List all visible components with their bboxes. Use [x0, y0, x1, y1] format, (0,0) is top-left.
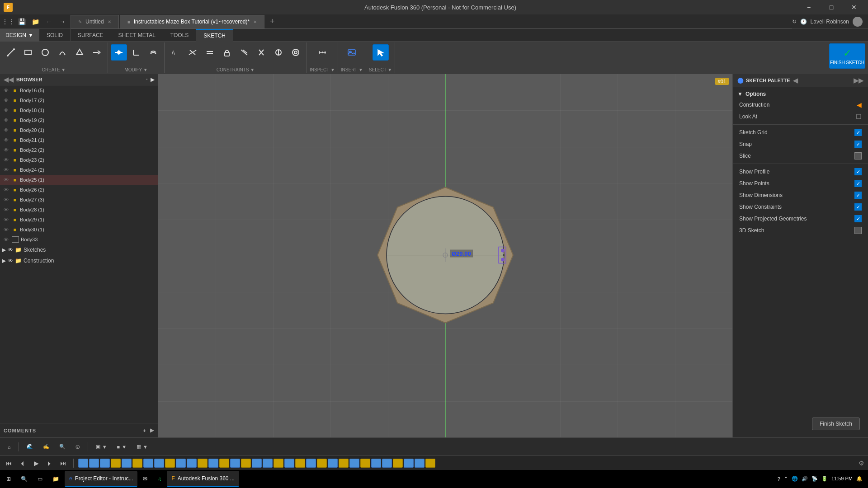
- timeline-step-8[interactable]: [187, 459, 197, 468]
- canvas[interactable]: Ø29.00 #01: [158, 74, 732, 437]
- palette-collapse-right-icon[interactable]: ▶▶: [854, 77, 863, 84]
- select-dropdown-icon[interactable]: ▼: [387, 67, 392, 72]
- visibility-icon[interactable]: 👁: [4, 108, 10, 113]
- ribbon-tab-sketch[interactable]: SKETCH: [196, 29, 233, 42]
- taskbar-clock[interactable]: 11:59 PM: [831, 475, 853, 482]
- timeline-step-body-4[interactable]: [198, 459, 208, 468]
- 3d-sketch-checkbox[interactable]: [854, 227, 862, 234]
- timeline-step-12[interactable]: [263, 459, 273, 468]
- snap-checkbox[interactable]: [854, 141, 862, 148]
- timeline-step-17[interactable]: [371, 459, 381, 468]
- visibility-icon[interactable]: 👁: [4, 177, 10, 183]
- show-profile-checkbox[interactable]: [854, 168, 862, 175]
- show-dimensions-checkbox[interactable]: [854, 192, 862, 199]
- visibility-icon[interactable]: 👁: [4, 137, 10, 143]
- hidden-icons-button[interactable]: ⌃: [784, 476, 788, 482]
- timeline-settings-button[interactable]: ⚙: [859, 460, 864, 467]
- timeline-step-3[interactable]: [100, 459, 110, 468]
- tree-item-body29[interactable]: 👁 ■ Body29 (1): [0, 215, 158, 225]
- visibility-icon[interactable]: 👁: [4, 127, 10, 133]
- timeline-step-7[interactable]: [176, 459, 186, 468]
- palette-expand-left-icon[interactable]: ◀: [793, 77, 798, 84]
- nav-open-button[interactable]: 📁: [29, 15, 42, 28]
- timeline-step-body-5[interactable]: [219, 459, 229, 468]
- visibility-icon[interactable]: 👁: [4, 217, 10, 222]
- grid-display-button[interactable]: ■ ▼: [113, 441, 131, 453]
- timeline-next-button[interactable]: ⏵: [44, 458, 55, 469]
- offset-tool-button[interactable]: [145, 44, 161, 61]
- zoom-fit-button[interactable]: 🔍: [55, 441, 70, 453]
- view-cube-button[interactable]: ▦ ▼: [132, 441, 152, 453]
- timeline-step-5[interactable]: [143, 459, 153, 468]
- nav-redo-button[interactable]: →: [56, 15, 69, 28]
- mail-taskbar-button[interactable]: ✉: [138, 471, 152, 487]
- timeline-step-body-1[interactable]: [111, 459, 121, 468]
- show-points-checkbox[interactable]: [854, 180, 862, 187]
- show-constraints-checkbox[interactable]: [854, 203, 862, 211]
- visibility-icon[interactable]: 👁: [8, 258, 13, 264]
- extend-tool-button[interactable]: [89, 44, 105, 61]
- task-view-button[interactable]: ▭: [33, 471, 47, 487]
- polygon-tool-button[interactable]: [71, 44, 88, 61]
- speaker-icon[interactable]: 🔊: [802, 476, 808, 482]
- start-button[interactable]: ⊞: [2, 471, 15, 487]
- nav-save-button[interactable]: 💾: [15, 15, 28, 28]
- line-tool-button[interactable]: [3, 44, 19, 61]
- timeline-step-11[interactable]: [252, 459, 262, 468]
- fillet-tool-button[interactable]: [128, 44, 144, 61]
- tree-item-body18[interactable]: 👁 ■ Body18 (1): [0, 105, 158, 115]
- expand-construction-icon[interactable]: ▶: [2, 258, 6, 264]
- close-button[interactable]: ✕: [844, 0, 864, 14]
- timeline-step-body-8[interactable]: [295, 459, 305, 468]
- timeline-step-4[interactable]: [122, 459, 132, 468]
- tree-item-body21[interactable]: 👁 ■ Body21 (1): [0, 135, 158, 145]
- trim-tool-button[interactable]: [111, 44, 127, 61]
- timeline-step-19[interactable]: [404, 459, 414, 468]
- timeline-step-body-3[interactable]: [165, 459, 175, 468]
- timeline-step-body-9[interactable]: [317, 459, 327, 468]
- finish-sketch-palette-button[interactable]: Finish Sketch: [812, 418, 860, 430]
- tree-item-body24[interactable]: 👁 ■ Body24 (2): [0, 165, 158, 175]
- add-comment-icon[interactable]: +: [143, 428, 146, 433]
- parallel-button[interactable]: [236, 44, 252, 61]
- nav-undo-button[interactable]: ←: [42, 15, 55, 28]
- construction-icon[interactable]: ◀: [857, 101, 862, 108]
- rectangle-tool-button[interactable]: [20, 44, 36, 61]
- fusion-taskbar-button[interactable]: F Autodesk Fusion 360 ...: [167, 471, 239, 487]
- browser-collapse-left-icon[interactable]: ◀◀: [4, 76, 14, 83]
- modify-dropdown-icon[interactable]: ▼: [143, 67, 148, 72]
- camera-view-button[interactable]: 🌊: [23, 441, 37, 453]
- pan-view-button[interactable]: ✍: [39, 441, 53, 453]
- look-at-icon[interactable]: ☐: [856, 113, 862, 120]
- tree-item-body16[interactable]: 👁 ■ Body16 (5): [0, 85, 158, 95]
- visibility-icon[interactable]: 👁: [4, 237, 10, 242]
- measure-button[interactable]: [314, 44, 330, 61]
- coincident-button[interactable]: /\: [167, 44, 184, 61]
- finish-sketch-ribbon-button[interactable]: ✓ FINISH SKETCH: [829, 43, 865, 69]
- question-icon[interactable]: ?: [778, 476, 780, 482]
- tab-maze-box[interactable]: ■ Instructables Maze Box Tutorial (v1~re…: [120, 15, 265, 28]
- orbit-button[interactable]: ◵: [71, 441, 84, 453]
- inspect-dropdown-icon[interactable]: ▼: [330, 67, 335, 72]
- new-tab-button[interactable]: +: [265, 15, 279, 28]
- visibility-icon[interactable]: 👁: [8, 247, 13, 253]
- tab-close-untitled[interactable]: ✕: [108, 19, 111, 24]
- timeline-prev-button[interactable]: ⏴: [17, 458, 28, 469]
- minimize-button[interactable]: −: [798, 0, 819, 14]
- ribbon-tab-tools[interactable]: TOOLS: [163, 29, 196, 42]
- timeline-step-20[interactable]: [415, 459, 425, 468]
- midpoint-button[interactable]: [270, 44, 287, 61]
- tree-item-body19[interactable]: 👁 ■ Body19 (2): [0, 115, 158, 125]
- visibility-icon[interactable]: 👁: [4, 88, 10, 93]
- tree-item-body25[interactable]: 👁 ■ Body25 (1): [0, 175, 158, 185]
- browser-pin-icon[interactable]: ⋅: [146, 77, 148, 83]
- visibility-icon[interactable]: 👁: [4, 197, 10, 202]
- lock-button[interactable]: [219, 44, 235, 61]
- timeline-rewind-button[interactable]: ⏮: [4, 458, 14, 469]
- insert-dropdown-icon[interactable]: ▼: [359, 67, 363, 72]
- spotify-taskbar-button[interactable]: ♫: [153, 471, 166, 487]
- timeline-step-6[interactable]: [154, 459, 164, 468]
- visibility-icon[interactable]: 👁: [4, 117, 10, 123]
- timeline-fastfwd-button[interactable]: ⏭: [58, 458, 69, 469]
- timeline-step-10[interactable]: [230, 459, 240, 468]
